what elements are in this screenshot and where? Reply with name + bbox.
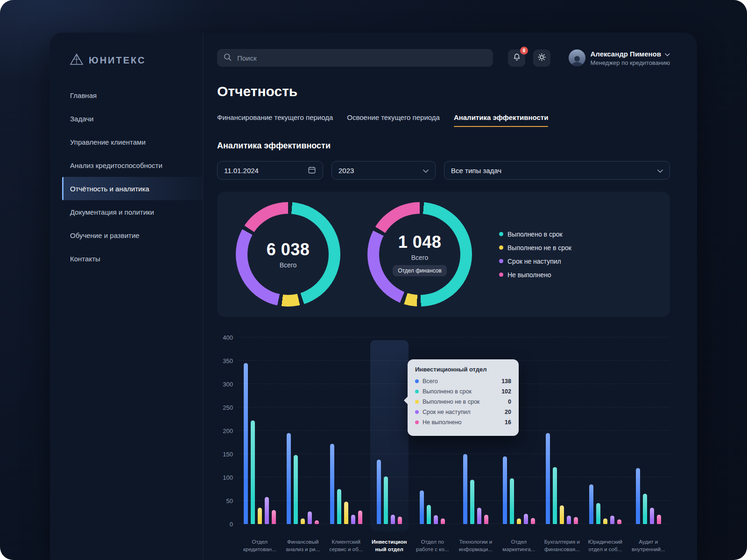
bar-group[interactable] (368, 337, 411, 524)
bar-group[interactable] (541, 337, 584, 524)
bar[interactable] (377, 460, 381, 524)
gridline (238, 500, 670, 501)
app-window: ЮНИТЕКС Главная Задачи Управление клиент… (50, 33, 697, 560)
tooltip-row: Не выполнено16 (415, 419, 511, 426)
legend-item-not-done: Не выполнено (499, 271, 571, 279)
bar[interactable] (650, 508, 654, 524)
brand-logo-icon (70, 53, 84, 68)
year-value: 2023 (338, 167, 354, 175)
date-picker[interactable]: 11.01.2024 (217, 161, 323, 180)
bar[interactable] (560, 505, 564, 524)
bar[interactable] (391, 515, 395, 524)
tabs: Финансирование текущего периода Освоение… (217, 113, 670, 127)
bar[interactable] (272, 510, 276, 524)
sidebar-item-home[interactable]: Главная (50, 84, 203, 107)
tooltip-dot (415, 390, 419, 393)
bar-group[interactable] (324, 337, 368, 524)
tooltip-label: Не выполнено (423, 419, 462, 426)
task-type-select[interactable]: Все типы задач (444, 161, 670, 180)
donut-summary-card: 6 038 Всего 1 048 Всего Отдел финансов В… (217, 192, 670, 317)
user-profile[interactable]: Александр Пименов Менеджер по кредитован… (569, 49, 670, 66)
tooltip-row: Срок не наступил20 (415, 409, 511, 415)
bar[interactable] (596, 503, 600, 524)
department-badge: Отдел финансов (393, 265, 447, 276)
y-axis-label: 250 (217, 404, 233, 411)
donut-total-label: Всего (280, 261, 297, 269)
bar[interactable] (308, 511, 312, 524)
bar[interactable] (524, 514, 528, 524)
theme-toggle-button[interactable] (533, 49, 550, 67)
department-bar-chart: 050100150200250300350400 Отдел кредитова… (217, 333, 670, 557)
bar[interactable] (463, 454, 467, 524)
bar[interactable] (477, 508, 481, 524)
bar-group[interactable] (282, 337, 325, 524)
bar[interactable] (337, 489, 341, 524)
task-type-value: Все типы задач (451, 167, 501, 175)
bar[interactable] (344, 502, 348, 524)
bar[interactable] (294, 455, 298, 524)
bar[interactable] (643, 494, 647, 524)
bar[interactable] (427, 505, 431, 524)
brand-logo: ЮНИТЕКС (50, 53, 203, 68)
tab-financing[interactable]: Финансирование текущего периода (217, 113, 333, 127)
tooltip-row: Выполнено в срок102 (415, 388, 511, 395)
bar[interactable] (574, 517, 578, 524)
x-axis-label: Бухгалтерия и финансовая... (541, 538, 584, 553)
sidebar-item-contacts[interactable]: Контакты (50, 247, 203, 270)
bar[interactable] (546, 433, 550, 524)
x-axis-label: Инвестицион ный отдел (368, 538, 411, 553)
sidebar-item-reports[interactable]: Отчётность и аналитика (62, 177, 203, 200)
bar-group[interactable] (584, 337, 627, 524)
bar[interactable] (434, 515, 438, 524)
bar[interactable] (251, 420, 255, 524)
bar[interactable] (258, 508, 262, 524)
y-axis-label: 400 (217, 334, 233, 341)
bar-group[interactable] (627, 337, 670, 524)
sidebar-item-credit-analysis[interactable]: Анализ кредитоспособности (50, 154, 203, 177)
notifications-button[interactable]: 8 (508, 49, 525, 67)
bar-group[interactable] (238, 337, 282, 524)
tooltip-title: Инвестиционный отдел (415, 366, 511, 373)
bar[interactable] (589, 484, 593, 524)
tooltip-dot (415, 410, 419, 414)
chart-tooltip: Инвестиционный отдел Всего138Выполнено в… (408, 359, 519, 436)
bar[interactable] (567, 516, 571, 524)
search-bar[interactable] (217, 49, 493, 67)
bar[interactable] (503, 456, 507, 524)
tooltip-dot (415, 400, 419, 404)
bar[interactable] (398, 517, 402, 524)
bar[interactable] (484, 515, 488, 524)
bar[interactable] (287, 433, 291, 524)
filters-row: 11.01.2024 2023 Все типы задач (217, 161, 670, 180)
x-axis-label: Отдел маркетинга... (497, 538, 541, 553)
bar[interactable] (420, 490, 424, 524)
bar[interactable] (610, 516, 614, 524)
tab-efficiency-analytics[interactable]: Аналитика эффективности (454, 113, 548, 127)
bar[interactable] (657, 515, 661, 524)
y-axis-label: 100 (217, 474, 233, 481)
year-select[interactable]: 2023 (331, 161, 436, 180)
bar[interactable] (553, 467, 557, 524)
sidebar-item-clients[interactable]: Управление клиентами (50, 130, 203, 154)
bar[interactable] (470, 480, 474, 524)
tab-utilization[interactable]: Освоение текущего периода (347, 113, 440, 127)
user-role: Менеджер по кредитованию (591, 59, 670, 66)
x-axis-label: Клиентский сервис и об... (324, 538, 368, 553)
sidebar-item-learning[interactable]: Обучение и развитие (50, 224, 203, 247)
section-title: Аналитика эффективности (217, 141, 670, 151)
bar[interactable] (358, 511, 362, 524)
top-bar: 8 Алек (217, 49, 670, 67)
bar[interactable] (636, 468, 640, 524)
search-input[interactable] (236, 54, 486, 63)
sidebar-item-tasks[interactable]: Задачи (50, 107, 203, 130)
bar[interactable] (510, 478, 514, 524)
bar[interactable] (265, 497, 269, 524)
tooltip-value: 20 (505, 409, 511, 415)
bar[interactable] (330, 444, 334, 524)
avatar[interactable] (569, 49, 585, 66)
sidebar-item-docs[interactable]: Документация и политики (50, 200, 203, 224)
chevron-down-icon[interactable] (665, 50, 670, 58)
legend-item-done-on-time: Выполнено в срок (499, 231, 571, 238)
tooltip-label: Всего (423, 378, 438, 385)
bar[interactable] (351, 515, 355, 524)
